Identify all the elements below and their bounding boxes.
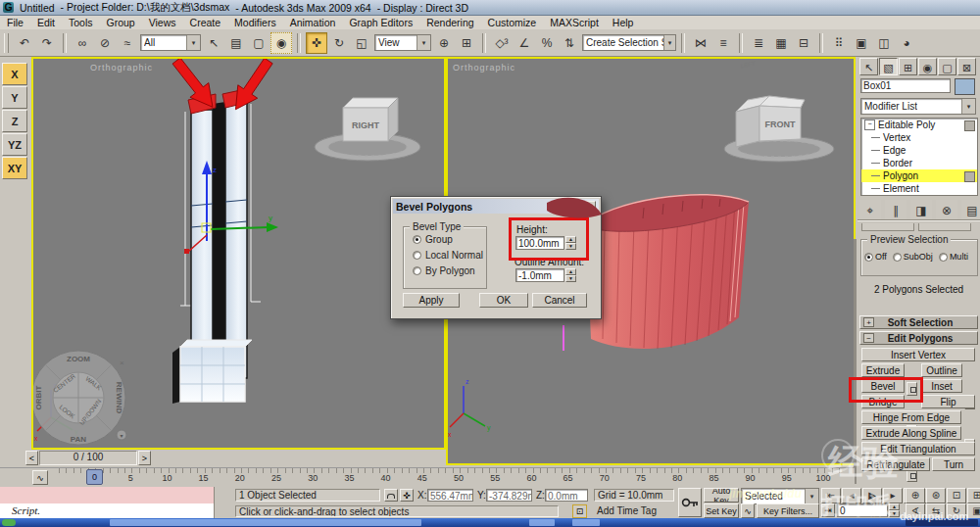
auto-key-button[interactable]: Auto Key (704, 488, 739, 503)
radio-by-polygon-dot[interactable] (413, 266, 421, 275)
display-tab-icon[interactable]: ▢ (938, 58, 956, 75)
dropdown-arrow-icon[interactable]: ▾ (663, 35, 675, 50)
motion-tab-icon[interactable]: ◉ (918, 58, 937, 75)
maximize-viewport-icon[interactable]: ▣ (967, 503, 980, 519)
reference-coordinate-dropdown[interactable]: View ▾ (374, 34, 431, 51)
stack-row-edge[interactable]: Edge (861, 144, 977, 157)
object-color-swatch[interactable] (955, 78, 975, 95)
select-object-icon[interactable]: ↖ (203, 32, 224, 54)
viewport-label[interactable]: Orthographic (453, 63, 515, 72)
modifier-list-dropdown[interactable]: Modifier List ▾ (860, 98, 976, 115)
loop-button-clipped[interactable] (918, 223, 971, 231)
rendered-frame-icon[interactable]: ◫ (873, 32, 895, 54)
remove-modifier-icon[interactable]: ⊗ (936, 200, 957, 221)
wheel-pan[interactable]: PAN (71, 435, 87, 444)
wheel-zoom[interactable]: ZOOM (67, 355, 90, 363)
outline-amount-field[interactable]: -1.0mm (515, 268, 564, 282)
edit-triangulation-button[interactable]: Edit Triangulation (861, 442, 975, 455)
selected-set-dropdown[interactable]: Selected▾ (741, 488, 819, 504)
modifier-stack[interactable]: − Editable Poly Vertex Edge Border Polyg… (860, 118, 978, 196)
menu-help[interactable]: Help (606, 17, 641, 28)
preview-multi-label[interactable]: Multi (950, 252, 968, 262)
zoom-icon[interactable]: ⊕ (906, 488, 925, 503)
menu-maxscript[interactable]: MAXScript (543, 17, 606, 28)
taskbar-window-button[interactable] (110, 519, 421, 526)
curve-editor-icon[interactable]: ▦ (770, 32, 792, 54)
stack-row-element[interactable]: Element (861, 182, 977, 195)
radio-local-normal-label[interactable]: Local Normal (425, 250, 483, 261)
select-and-move-icon[interactable]: ✜ (306, 32, 327, 54)
preview-subobj-radio[interactable] (893, 253, 902, 262)
select-and-manipulate-icon[interactable]: ⊞ (456, 32, 477, 54)
dropdown-arrow-icon[interactable]: ▾ (961, 99, 975, 114)
cancel-button[interactable]: Cancel (532, 293, 587, 308)
edit-polygons-rollout[interactable]: −Edit Polygons (859, 331, 978, 345)
preview-off-radio[interactable] (864, 253, 873, 262)
panel-scrollbar[interactable] (854, 239, 857, 484)
viewcube-right[interactable]: FRONT LEFT (724, 60, 834, 162)
use-pivot-center-icon[interactable]: ⊕ (433, 32, 455, 54)
preview-multi-radio[interactable] (939, 253, 948, 262)
utilities-tab-icon[interactable]: ⊠ (957, 58, 976, 75)
stack-row-editable-poly[interactable]: − Editable Poly (861, 119, 977, 131)
arc-rotate-icon[interactable]: ↻ (947, 503, 966, 519)
taskbar-window-button[interactable] (529, 519, 555, 526)
go-to-start-icon[interactable]: ⇤ (821, 488, 841, 503)
outline-amount-spinner[interactable]: ▲▼ (565, 268, 576, 282)
communicator-cube-icon[interactable]: ⊡ (572, 504, 587, 518)
toolbar-grip[interactable] (4, 33, 9, 53)
steering-wheel[interactable]: ZOOM PAN ORBIT REWIND CENTER WALK LOOK U… (33, 351, 126, 445)
windows-taskbar[interactable] (0, 518, 980, 527)
x-coord-field[interactable]: 556.47mm (427, 489, 473, 502)
pin-stack-icon[interactable]: ⌖ (859, 200, 881, 221)
axis-constraint-z-button[interactable]: Z (2, 110, 27, 132)
collapse-icon[interactable]: − (864, 120, 875, 130)
wheel-close-icon[interactable]: × (120, 359, 124, 367)
outline-button[interactable]: Outline (921, 363, 962, 377)
stack-row-border[interactable]: Border (861, 157, 977, 169)
percent-snap-icon[interactable]: % (536, 32, 558, 54)
menu-views[interactable]: Views (142, 17, 183, 28)
bind-to-spacewarp-icon[interactable]: ≈ (117, 32, 138, 54)
make-unique-icon[interactable]: ◨ (910, 200, 932, 221)
radio-group-label[interactable]: Group (425, 234, 453, 245)
menu-rendering[interactable]: Rendering (419, 17, 480, 28)
stack-row-vertex[interactable]: Vertex (861, 131, 977, 144)
current-frame-field[interactable]: 0 (837, 503, 888, 517)
hierarchy-tab-icon[interactable]: ⊞ (899, 58, 917, 75)
zoom-all-icon[interactable]: ⊛ (926, 488, 946, 503)
align-icon[interactable]: ≡ (712, 32, 734, 54)
create-tab-icon[interactable]: ↖ (859, 58, 878, 75)
material-editor-icon[interactable]: ⠿ (828, 32, 850, 54)
menu-graph-editors[interactable]: Graph Editors (342, 17, 419, 28)
key-filters-button[interactable]: Key Filters... (757, 503, 819, 518)
select-and-scale-icon[interactable]: ◱ (351, 32, 372, 54)
key-step-icon[interactable]: ⇥ (821, 503, 835, 517)
angle-snap-icon[interactable]: ∠ (514, 32, 535, 54)
selection-filter-dropdown[interactable]: All ▾ (140, 34, 201, 51)
flip-button[interactable]: Flip (921, 395, 975, 408)
window-crossing-icon[interactable]: ◉ (270, 32, 292, 54)
zoom-extents-all-icon[interactable]: ⊞ (967, 488, 980, 503)
stack-row-polygon[interactable]: Polygon (861, 169, 977, 182)
radio-local-normal[interactable]: Local Normal (413, 250, 483, 261)
wheel-rewind[interactable]: REWIND (115, 382, 123, 414)
insert-vertex-button[interactable]: Insert Vertex (861, 348, 975, 361)
viewport-left-orthographic[interactable]: Orthographic RIGHT (31, 57, 446, 450)
z-coord-field[interactable]: 0.0mm (545, 489, 588, 502)
modify-tab-icon[interactable]: ▧ (879, 58, 898, 75)
viewcube-left[interactable]: RIGHT (315, 98, 420, 161)
layer-manager-icon[interactable]: ≣ (748, 32, 769, 54)
maxscript-mini-listener[interactable]: Script. (0, 503, 215, 519)
ring-button-clipped[interactable] (861, 223, 914, 231)
menu-tools[interactable]: Tools (62, 17, 100, 28)
menu-customize[interactable]: Customize (481, 17, 544, 28)
add-time-tag[interactable]: Add Time Tag (594, 505, 674, 517)
previous-frame-icon[interactable]: ◂ (842, 488, 861, 503)
dropdown-arrow-icon[interactable]: ▾ (416, 35, 430, 50)
preview-subobj-label[interactable]: SubObj (904, 252, 933, 262)
tower-object[interactable] (172, 88, 252, 404)
next-frame-icon[interactable]: ▸ (883, 488, 903, 503)
select-by-name-icon[interactable]: ▤ (225, 32, 247, 54)
spinner-snap-icon[interactable]: ⇅ (559, 32, 580, 54)
